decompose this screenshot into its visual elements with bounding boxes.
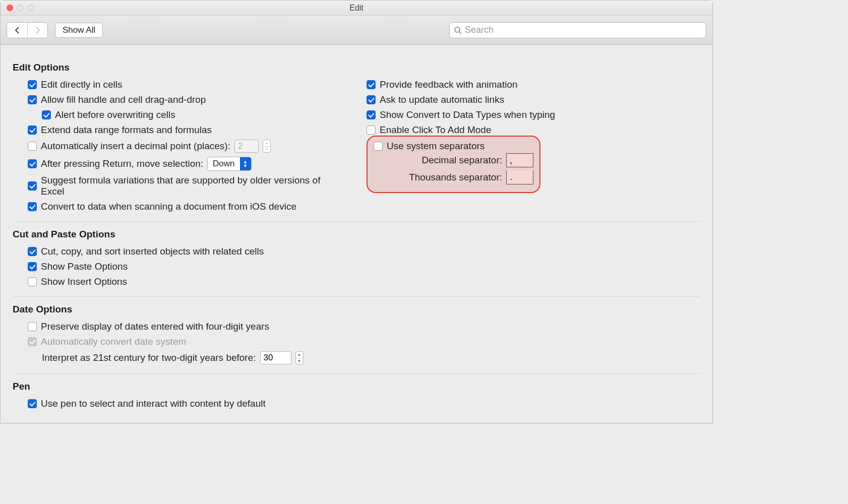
label-alert-overwrite: Alert before overwriting cells	[55, 109, 175, 120]
divider	[13, 373, 700, 374]
close-window-button[interactable]	[7, 5, 13, 11]
checkbox-extend-formats[interactable]	[28, 125, 37, 135]
checkbox-update-links[interactable]	[367, 95, 376, 104]
checkbox-alert-overwrite[interactable]	[42, 110, 51, 119]
checkbox-fill-handle[interactable]	[28, 95, 37, 104]
forward-button[interactable]	[27, 23, 47, 38]
input-decimal-places[interactable]	[234, 140, 259, 153]
svg-line-1	[459, 32, 461, 34]
edit-options-right: Provide feedback with animation Ask to u…	[367, 77, 700, 214]
label-convert-ios: Convert to data when scanning a document…	[41, 201, 296, 212]
label-feedback-anim: Provide feedback with animation	[380, 79, 518, 90]
minimize-window-button[interactable]	[17, 5, 24, 11]
checkbox-convert-types[interactable]	[367, 110, 376, 119]
label-interpret-century: Interpret as 21st century for two-digit …	[42, 352, 256, 363]
input-thousands-separator[interactable]	[506, 170, 533, 184]
label-convert-types: Show Convert to Data Types when typing	[380, 109, 555, 120]
checkbox-show-insert[interactable]	[28, 277, 37, 286]
toolbar: Show All	[1, 16, 712, 45]
chevron-right-icon	[35, 27, 40, 34]
label-fill-handle: Allow fill handle and cell drag-and-drop	[41, 94, 206, 105]
label-edit-in-cells: Edit directly in cells	[41, 79, 123, 90]
input-decimal-separator[interactable]	[506, 153, 533, 167]
updown-caret-icon: ▲▼	[240, 157, 251, 170]
preferences-window: Edit Show All Edit Options Edit	[0, 0, 713, 423]
checkbox-preserve-four-digit[interactable]	[28, 322, 37, 331]
search-field-wrap[interactable]	[449, 22, 706, 38]
divider	[13, 296, 700, 297]
label-cut-copy-sort: Cut, copy, and sort inserted objects wit…	[41, 246, 264, 257]
stepper-interpret-year[interactable]: ▲ ▼	[295, 351, 304, 364]
label-use-pen: Use pen to select and interact with cont…	[41, 398, 266, 409]
divider	[13, 221, 700, 222]
checkbox-use-system-separators[interactable]	[374, 142, 383, 151]
label-show-paste: Show Paste Options	[41, 261, 128, 272]
label-use-system-separators: Use system separators	[387, 141, 484, 152]
section-title-cut-paste: Cut and Paste Options	[13, 229, 700, 240]
label-decimal-separator: Decimal separator:	[422, 155, 502, 166]
window-title: Edit	[1, 4, 712, 13]
label-after-return: After pressing Return, move selection:	[41, 158, 203, 169]
section-title-pen: Pen	[13, 381, 700, 392]
separators-highlight: Use system separators Decimal separator:…	[367, 136, 540, 193]
section-title-edit-options: Edit Options	[13, 62, 700, 73]
show-all-button[interactable]: Show All	[55, 23, 103, 38]
label-auto-decimal: Automatically insert a decimal point (pl…	[41, 141, 230, 152]
zoom-window-button[interactable]	[28, 5, 34, 11]
label-preserve-four-digit: Preserve display of dates entered with f…	[41, 321, 269, 332]
checkbox-after-return[interactable]	[28, 159, 37, 168]
checkbox-use-pen[interactable]	[28, 399, 37, 408]
chevron-up-icon: ▲	[296, 352, 303, 358]
checkbox-auto-decimal[interactable]	[28, 142, 37, 151]
checkbox-auto-convert-date	[28, 337, 37, 346]
chevron-down-icon: ▼	[263, 146, 270, 153]
chevron-up-icon: ▲	[263, 140, 270, 146]
label-suggest-variations: Suggest formula variations that are supp…	[41, 175, 346, 197]
edit-options-columns: Edit directly in cells Allow fill handle…	[13, 77, 700, 214]
chevron-left-icon	[15, 27, 20, 34]
label-update-links: Ask to update automatic links	[380, 94, 504, 105]
checkbox-click-to-add[interactable]	[367, 125, 376, 135]
checkbox-show-paste[interactable]	[28, 262, 37, 271]
label-auto-convert-date: Automatically convert date system	[41, 336, 186, 347]
edit-options-left: Edit directly in cells Allow fill handle…	[13, 77, 346, 214]
search-icon	[454, 26, 462, 34]
label-thousands-separator: Thousands separator:	[409, 172, 502, 183]
checkbox-feedback-anim[interactable]	[367, 80, 376, 89]
section-title-date: Date Options	[13, 304, 700, 315]
checkbox-edit-in-cells[interactable]	[28, 80, 37, 89]
nav-button-group	[7, 22, 48, 38]
back-button[interactable]	[7, 23, 27, 38]
checkbox-convert-ios[interactable]	[28, 202, 37, 211]
search-input[interactable]	[465, 25, 702, 35]
stepper-decimal-places[interactable]: ▲ ▼	[263, 140, 271, 153]
select-return-direction-value: Down	[208, 157, 239, 170]
window-controls	[1, 5, 34, 11]
content-area: Edit Options Edit directly in cells Allo…	[1, 45, 712, 411]
titlebar: Edit	[1, 1, 712, 16]
checkbox-cut-copy-sort[interactable]	[28, 247, 37, 256]
select-return-direction[interactable]: Down ▲▼	[207, 157, 251, 171]
chevron-down-icon: ▼	[296, 358, 303, 364]
checkbox-suggest-variations[interactable]	[28, 181, 37, 191]
label-show-insert: Show Insert Options	[41, 276, 127, 287]
input-interpret-year[interactable]	[260, 351, 291, 364]
svg-point-0	[455, 27, 460, 32]
label-click-to-add: Enable Click To Add Mode	[380, 124, 491, 136]
label-extend-formats: Extend data range formats and formulas	[41, 124, 212, 136]
